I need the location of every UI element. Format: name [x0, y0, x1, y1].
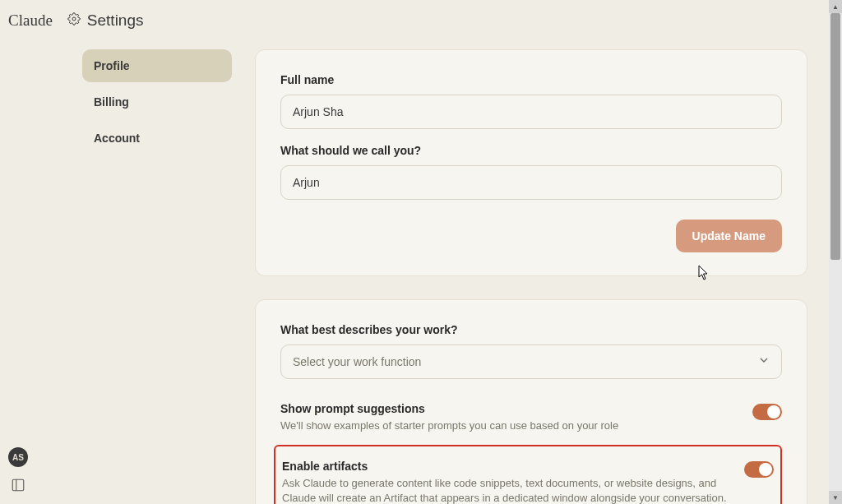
artifacts-setting: Enable artifacts Ask Claude to generate …	[282, 455, 774, 504]
sidebar-item-label: Billing	[94, 95, 129, 109]
toggle-knob	[759, 463, 772, 476]
sidebar-item-label: Account	[94, 132, 140, 145]
sidebar: Profile Billing Account	[0, 49, 255, 504]
suggestions-desc: We'll show examples of starter prompts y…	[280, 418, 736, 433]
app-logo[interactable]: Claude	[8, 12, 53, 30]
artifacts-highlight: Enable artifacts Ask Claude to generate …	[274, 445, 782, 504]
scroll-up-button[interactable]: ▲	[829, 0, 842, 13]
profile-card: Full name What should we call you? Updat…	[255, 49, 807, 276]
setting-text: Show prompt suggestions We'll show examp…	[280, 402, 752, 433]
svg-point-0	[72, 17, 76, 21]
sidebar-item-label: Profile	[94, 59, 130, 72]
update-name-button[interactable]: Update Name	[676, 220, 782, 252]
scroll-down-button[interactable]: ▼	[829, 491, 842, 504]
sidebar-item-profile[interactable]: Profile	[82, 49, 232, 82]
work-select-wrap: Select your work function	[280, 344, 782, 379]
full-name-label: Full name	[280, 73, 782, 86]
artifacts-toggle[interactable]	[744, 461, 774, 478]
button-row: Update Name	[280, 220, 782, 252]
work-function-select[interactable]: Select your work function	[280, 344, 782, 379]
nickname-label: What should we call you?	[280, 144, 782, 157]
avatar[interactable]: AS	[8, 447, 28, 467]
header: Claude Settings	[0, 0, 842, 41]
artifacts-desc: Ask Claude to generate content like code…	[282, 476, 728, 504]
work-question-label: What best describes your work?	[280, 323, 782, 336]
suggestions-setting: Show prompt suggestions We'll show examp…	[280, 397, 782, 445]
preferences-card: What best describes your work? Select yo…	[255, 299, 807, 504]
gear-icon	[67, 12, 81, 30]
toggle-knob	[767, 405, 780, 418]
suggestions-toggle[interactable]	[752, 404, 782, 420]
content-area: Full name What should we call you? Updat…	[255, 49, 842, 504]
full-name-input[interactable]	[280, 95, 782, 129]
suggestions-title: Show prompt suggestions	[280, 402, 736, 415]
svg-rect-1	[12, 479, 24, 491]
scrollbar[interactable]: ▲ ▼	[829, 0, 842, 504]
sidebar-item-account[interactable]: Account	[82, 122, 232, 155]
collapse-sidebar-icon[interactable]	[11, 478, 25, 492]
artifacts-title: Enable artifacts	[282, 460, 728, 473]
settings-breadcrumb: Settings	[67, 12, 144, 30]
nickname-input[interactable]	[280, 165, 782, 200]
settings-title: Settings	[87, 12, 144, 30]
main-container: Profile Billing Account Full name What s…	[0, 41, 842, 504]
sidebar-item-billing[interactable]: Billing	[82, 86, 232, 118]
scroll-thumb[interactable]	[830, 13, 840, 260]
setting-text: Enable artifacts Ask Claude to generate …	[282, 460, 744, 504]
